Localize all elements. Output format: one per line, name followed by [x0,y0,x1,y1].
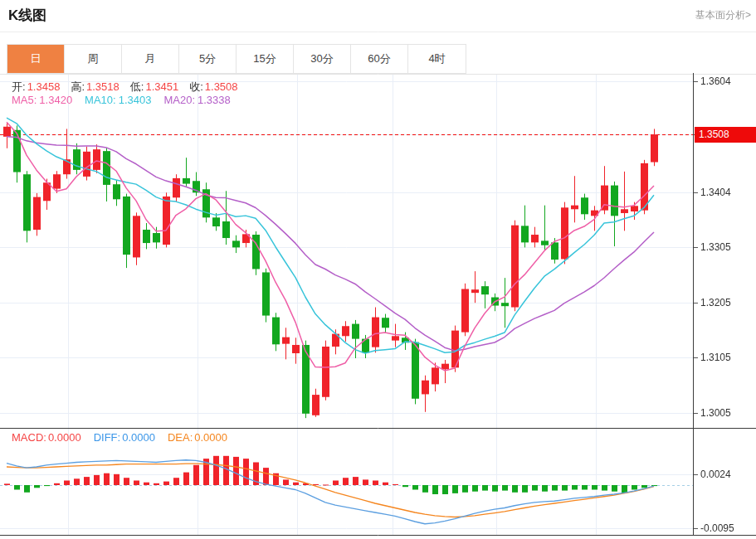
ohlc-legend: 开:1.3458 高:1.3518 低:1.3451 收:1.3508 [12,80,238,95]
page-title: K线图 [8,6,46,25]
macd-tick-label: -0.0095 [700,522,734,534]
tab-5min[interactable]: 5分 [179,45,237,73]
tab-week[interactable]: 周 [65,45,122,73]
price-tick-label: 1.3205 [700,297,731,308]
price-tick-label: 1.3105 [700,352,731,363]
macd-tick-label: 0.0024 [700,469,731,480]
ma20-readout: MA20:1.3338 [163,94,230,106]
price-tick-label: 1.3604 [700,75,731,87]
kline-page: K线图 基本面分析> 日 周 月 5分 15分 30分 60分 4时 开:1.3… [0,0,756,539]
high-readout: 高:1.3518 [71,80,119,95]
tab-60min[interactable]: 60分 [351,45,408,73]
ma5-readout: MA5:1.3420 [12,94,72,106]
timeframe-tabs: 日 周 月 5分 15分 30分 60分 4时 [7,44,466,74]
fundamental-analysis-link[interactable]: 基本面分析> [695,8,751,22]
ma10-readout: MA10:1.3403 [85,94,151,106]
open-readout: 开:1.3458 [12,80,60,95]
macd-legend: MACD:0.0000 DIFF:0.0000 DEA:0.0000 [12,431,227,444]
price-tick-label: 1.3005 [700,407,731,419]
tab-4hour[interactable]: 4时 [408,45,466,73]
ma-legend: MA5:1.3420 MA10:1.3403 MA20:1.3338 [12,94,231,106]
low-readout: 低:1.3451 [130,80,178,95]
tab-day[interactable]: 日 [7,45,65,73]
price-tick-label: 1.3305 [700,241,731,253]
tab-month[interactable]: 月 [122,45,179,73]
macd-readout: MACD:0.0000 [12,431,81,444]
tab-30min[interactable]: 30分 [294,45,351,73]
diff-readout: DIFF:0.0000 [94,431,155,444]
price-tick-label: 1.3404 [700,187,731,198]
tab-15min[interactable]: 15分 [237,45,294,73]
current-price-tag: 1.3508 [695,127,756,143]
dea-readout: DEA:0.0000 [168,431,227,444]
close-readout: 收:1.3508 [189,80,237,95]
